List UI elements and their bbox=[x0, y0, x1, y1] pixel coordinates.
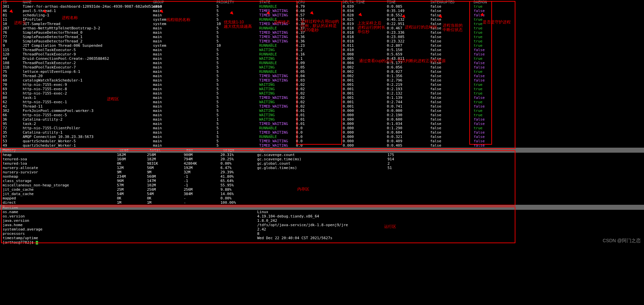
cell-group: main bbox=[153, 143, 216, 148]
cell-cpu: 0.01 bbox=[296, 113, 343, 117]
cell-state: WAITING bbox=[259, 91, 296, 96]
mem-used: 160M bbox=[117, 157, 147, 161]
cell-group: main bbox=[153, 113, 216, 117]
cell-delta: 0.001 bbox=[343, 91, 387, 96]
cell-state: WAITING bbox=[259, 83, 296, 87]
mem-total: 560M bbox=[147, 174, 184, 179]
cell-state: TIMED_WAITING bbox=[259, 9, 296, 13]
cell-interrupted: false bbox=[430, 26, 474, 30]
mem-name: nursery-survivor bbox=[0, 170, 117, 174]
cell-group: main bbox=[153, 74, 216, 78]
thread-row: 35Catalina-utility-1main1TIMED_WAITING0.… bbox=[0, 130, 644, 135]
cell-name: http-nio-7155-exec-8 bbox=[23, 87, 153, 91]
cell-state: TIMED_WAITING bbox=[259, 78, 296, 83]
col-header: INTERRUPTED bbox=[430, 0, 474, 4]
cell-group: main bbox=[153, 135, 216, 139]
cell-time: 0:45.132 bbox=[387, 17, 430, 22]
cell-name: arthas-NettyHttpTelnetBootstrap-3-2 bbox=[23, 26, 153, 30]
mem-max: 42804K bbox=[184, 161, 220, 166]
cell-daemon: true bbox=[474, 43, 500, 48]
cell-state: RUNNABLE bbox=[259, 126, 296, 130]
cell-cpu: 0.2 bbox=[296, 48, 343, 52]
mem-name: miscellaneous_non-heap_storage bbox=[0, 183, 117, 187]
runtime-value: 8 bbox=[257, 232, 491, 236]
cell-state: TIMED_WAITING bbox=[259, 96, 296, 100]
cell-group: main bbox=[153, 130, 216, 135]
cell-priority: 5 bbox=[216, 113, 259, 117]
cell-priority: 5 bbox=[216, 78, 259, 83]
cell-time: 0:2.796 bbox=[387, 78, 430, 83]
memory-row: class_storage96M147M-165.64% bbox=[0, 179, 644, 183]
runtime-row: java.home/tdfs/opt/java-service/jdk-1.8-… bbox=[0, 223, 644, 227]
mem-name: heap bbox=[0, 153, 117, 157]
cell-cpu: 0.01 bbox=[296, 117, 343, 122]
mem-total: 54M bbox=[147, 192, 184, 196]
mem-usage: 9.88% bbox=[220, 187, 257, 192]
mem-col-header: max bbox=[186, 148, 223, 152]
thread-row: 60catalogWatchTaskScheduler-1main5TIMED_… bbox=[0, 78, 644, 83]
mem-max: - bbox=[184, 200, 220, 205]
cell-daemon: true bbox=[474, 109, 500, 113]
thread-row: 97AMQP Connection 10.30.23.38:5673main5R… bbox=[0, 135, 644, 139]
cell-name: quartzScheduler_Worker-1 bbox=[23, 143, 153, 148]
cell-priority: 5 bbox=[216, 87, 259, 91]
cell-cpu: 0.79 bbox=[296, 4, 343, 9]
thread-row: 49quartzScheduler_Worker-1main5TIMED_WAI… bbox=[0, 143, 644, 148]
thread-row: 120ThreadPoolTaskExecutor-9main5RUNNABLE… bbox=[0, 52, 644, 56]
cell-name: quartzScheduler_Worker-5 bbox=[23, 139, 153, 143]
cell-interrupted: false bbox=[430, 35, 474, 39]
cell-cpu: 0.0 bbox=[296, 130, 343, 135]
runtime-value: 4.19.104-debug.tiandy.x86_64 bbox=[257, 214, 491, 218]
runtime-name: timestamp/uptime bbox=[0, 236, 257, 240]
cell-delta: 0.025 bbox=[343, 17, 387, 22]
cell-state: TIMED_WAITING bbox=[259, 139, 296, 143]
mem-total: 258M bbox=[147, 153, 184, 157]
cell-id: 302 bbox=[0, 109, 23, 113]
cell-name: SimplePauseDetectorThread_2 bbox=[23, 39, 153, 43]
mem-usage: 55.95% bbox=[220, 183, 257, 187]
cell-state: TIMED_WAITING bbox=[259, 39, 296, 43]
cell-id: 49 bbox=[0, 143, 23, 148]
cell-cpu: 0.39 bbox=[296, 22, 343, 26]
prompt-line[interactable]: [arthas@7782]$ bbox=[0, 240, 644, 245]
cell-time: 0:0.321 bbox=[387, 135, 430, 139]
thread-row: 44Druid-ConnectionPool-Create--200358845… bbox=[0, 56, 644, 61]
cell-interrupted: false bbox=[430, 22, 474, 26]
cell-state: TIMED_WAITING bbox=[259, 122, 296, 126]
cell-time: 0:23.085 bbox=[387, 35, 430, 39]
cell-name: SimplePauseDetectorThread_1 bbox=[23, 35, 153, 39]
mem-total: 256M bbox=[147, 187, 184, 192]
cell-id: 115 bbox=[0, 48, 23, 52]
cell-group: main bbox=[153, 96, 216, 100]
cell-cpu: 0.05 bbox=[296, 65, 343, 69]
memory-row: nursery-survivor9M9M32M29.39% bbox=[0, 170, 644, 174]
cell-delta: 0.000 bbox=[343, 139, 387, 143]
cell-delta: 0.000 bbox=[343, 126, 387, 130]
cell-delta: 0.039 bbox=[343, 4, 387, 9]
cell-delta: 0.001 bbox=[343, 104, 387, 109]
cell-state: WAITING bbox=[259, 117, 296, 122]
mem-used: 0K bbox=[117, 196, 147, 200]
cell-group: system bbox=[153, 22, 216, 26]
cell-group: main bbox=[153, 139, 216, 143]
cell-time: 0:0.600 bbox=[387, 117, 430, 122]
cell-id: 72 bbox=[0, 126, 23, 130]
cell-name: ForkJoinPool.commonPool-worker-3 bbox=[23, 109, 153, 113]
cell-name: http-nio-7155-exec-2 bbox=[23, 91, 153, 96]
cell-daemon: true bbox=[474, 35, 500, 39]
thread-row: 10JIT-SamplerThreadsystem10TIMED_WAITING… bbox=[0, 22, 644, 26]
cell-cpu: 0.03 bbox=[296, 78, 343, 83]
cell-delta: 0.000 bbox=[343, 109, 387, 113]
mem-total: 9831K bbox=[147, 161, 184, 166]
cell-state: RUNNABLE bbox=[259, 52, 296, 56]
cell-interrupted: false bbox=[430, 100, 474, 104]
cell-cpu: 0.02 bbox=[296, 91, 343, 96]
memory-row: nursery-allocate12M56M192M6.47%gc.global… bbox=[0, 166, 644, 170]
cell-priority: 5 bbox=[216, 122, 259, 126]
watermark: CSDN @阿门之恋 bbox=[603, 239, 641, 243]
cell-time: 0:8.552 bbox=[387, 13, 430, 17]
cell-id: 95 bbox=[0, 122, 23, 126]
thread-row: 108ThreadPoolTaskExecutor-2main5RUNNABLE… bbox=[0, 61, 644, 65]
cell-cpu: 0.1 bbox=[296, 56, 343, 61]
cell-interrupted: false bbox=[430, 135, 474, 139]
